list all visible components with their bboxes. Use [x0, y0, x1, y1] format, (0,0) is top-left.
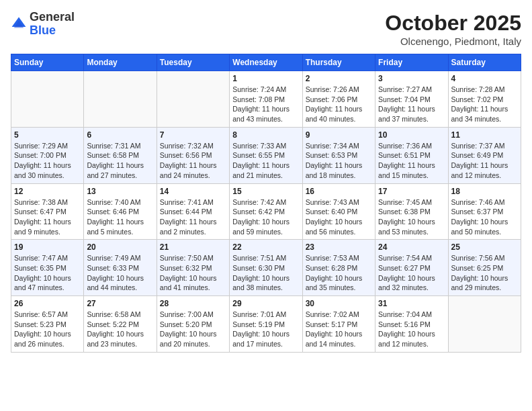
day-info: Sunrise: 7:46 AM Sunset: 6:37 PM Dayligh…	[451, 197, 518, 237]
day-info: Sunrise: 7:33 AM Sunset: 6:55 PM Dayligh…	[232, 141, 299, 181]
day-number: 14	[160, 187, 226, 196]
table-row: 5Sunrise: 7:29 AM Sunset: 7:00 PM Daylig…	[11, 127, 84, 183]
table-row: 25Sunrise: 7:56 AM Sunset: 6:25 PM Dayli…	[448, 240, 521, 296]
day-number: 12	[14, 187, 81, 196]
table-row: 20Sunrise: 7:49 AM Sunset: 6:33 PM Dayli…	[84, 240, 157, 296]
table-row: 3Sunrise: 7:27 AM Sunset: 7:04 PM Daylig…	[375, 71, 448, 128]
table-row: 1Sunrise: 7:24 AM Sunset: 7:08 PM Daylig…	[230, 71, 302, 128]
day-number: 13	[87, 187, 153, 196]
day-number: 27	[87, 299, 153, 308]
table-row: 16Sunrise: 7:43 AM Sunset: 6:40 PM Dayli…	[302, 183, 375, 240]
day-info: Sunrise: 7:00 AM Sunset: 5:20 PM Dayligh…	[160, 310, 226, 349]
day-number: 15	[232, 187, 299, 196]
calendar-week-row: 1Sunrise: 7:24 AM Sunset: 7:08 PM Daylig…	[11, 71, 521, 128]
day-info: Sunrise: 7:40 AM Sunset: 6:46 PM Dayligh…	[87, 197, 153, 237]
day-info: Sunrise: 7:26 AM Sunset: 7:06 PM Dayligh…	[306, 85, 372, 124]
day-info: Sunrise: 7:45 AM Sunset: 6:38 PM Dayligh…	[378, 197, 445, 237]
day-number: 5	[14, 130, 81, 140]
table-row: 9Sunrise: 7:34 AM Sunset: 6:53 PM Daylig…	[302, 127, 375, 183]
day-number: 17	[378, 187, 445, 196]
day-number: 18	[451, 187, 518, 196]
day-number: 11	[451, 130, 518, 140]
day-number: 9	[306, 130, 372, 140]
day-number: 31	[378, 299, 445, 308]
header: General Blue October 2025 Olcenengo, Pie…	[11, 11, 521, 47]
day-info: Sunrise: 6:58 AM Sunset: 5:22 PM Dayligh…	[87, 310, 153, 349]
day-info: Sunrise: 7:01 AM Sunset: 5:19 PM Dayligh…	[232, 310, 299, 349]
day-info: Sunrise: 7:32 AM Sunset: 6:56 PM Dayligh…	[160, 141, 226, 181]
day-header: Thursday	[302, 54, 375, 71]
table-row: 14Sunrise: 7:41 AM Sunset: 6:44 PM Dayli…	[157, 183, 229, 240]
day-number: 16	[306, 187, 372, 196]
day-info: Sunrise: 7:24 AM Sunset: 7:08 PM Dayligh…	[232, 85, 299, 124]
day-info: Sunrise: 7:02 AM Sunset: 5:17 PM Dayligh…	[306, 310, 372, 349]
table-row: 21Sunrise: 7:50 AM Sunset: 6:32 PM Dayli…	[157, 240, 229, 296]
table-row	[157, 71, 229, 128]
table-row: 27Sunrise: 6:58 AM Sunset: 5:22 PM Dayli…	[84, 296, 157, 353]
table-row: 19Sunrise: 7:47 AM Sunset: 6:35 PM Dayli…	[11, 240, 84, 296]
day-header: Saturday	[448, 54, 521, 71]
table-row: 2Sunrise: 7:26 AM Sunset: 7:06 PM Daylig…	[302, 71, 375, 128]
month-title: October 2025	[385, 11, 521, 36]
day-info: Sunrise: 7:38 AM Sunset: 6:47 PM Dayligh…	[14, 197, 81, 237]
table-row: 18Sunrise: 7:46 AM Sunset: 6:37 PM Dayli…	[448, 183, 521, 240]
day-info: Sunrise: 7:37 AM Sunset: 6:49 PM Dayligh…	[451, 141, 518, 181]
logo-icon	[11, 16, 27, 32]
table-row	[84, 71, 157, 128]
day-number: 21	[160, 242, 226, 252]
calendar-week-row: 12Sunrise: 7:38 AM Sunset: 6:47 PM Dayli…	[11, 183, 521, 240]
day-info: Sunrise: 7:34 AM Sunset: 6:53 PM Dayligh…	[306, 141, 372, 181]
day-number: 2	[306, 74, 372, 83]
day-number: 3	[378, 74, 445, 83]
day-number: 25	[451, 242, 518, 252]
table-row: 22Sunrise: 7:51 AM Sunset: 6:30 PM Dayli…	[230, 240, 302, 296]
table-row: 26Sunrise: 6:57 AM Sunset: 5:23 PM Dayli…	[11, 296, 84, 353]
day-number: 23	[306, 242, 372, 252]
day-number: 30	[306, 299, 372, 308]
table-row: 13Sunrise: 7:40 AM Sunset: 6:46 PM Dayli…	[84, 183, 157, 240]
day-header: Wednesday	[230, 54, 302, 71]
table-row: 15Sunrise: 7:42 AM Sunset: 6:42 PM Dayli…	[230, 183, 302, 240]
day-number: 26	[14, 299, 81, 308]
day-info: Sunrise: 6:57 AM Sunset: 5:23 PM Dayligh…	[14, 310, 81, 349]
calendar-week-row: 5Sunrise: 7:29 AM Sunset: 7:00 PM Daylig…	[11, 127, 521, 183]
day-info: Sunrise: 7:41 AM Sunset: 6:44 PM Dayligh…	[160, 197, 226, 237]
day-info: Sunrise: 7:50 AM Sunset: 6:32 PM Dayligh…	[160, 253, 226, 293]
day-info: Sunrise: 7:54 AM Sunset: 6:27 PM Dayligh…	[378, 253, 445, 293]
table-row: 31Sunrise: 7:04 AM Sunset: 5:16 PM Dayli…	[375, 296, 448, 353]
day-number: 28	[160, 299, 226, 308]
table-row: 28Sunrise: 7:00 AM Sunset: 5:20 PM Dayli…	[157, 296, 229, 353]
day-info: Sunrise: 7:49 AM Sunset: 6:33 PM Dayligh…	[87, 253, 153, 293]
table-row: 7Sunrise: 7:32 AM Sunset: 6:56 PM Daylig…	[157, 127, 229, 183]
day-number: 8	[232, 130, 299, 140]
day-number: 20	[87, 242, 153, 252]
day-header: Sunday	[11, 54, 84, 71]
table-row: 6Sunrise: 7:31 AM Sunset: 6:58 PM Daylig…	[84, 127, 157, 183]
table-row: 23Sunrise: 7:53 AM Sunset: 6:28 PM Dayli…	[302, 240, 375, 296]
calendar-week-row: 26Sunrise: 6:57 AM Sunset: 5:23 PM Dayli…	[11, 296, 521, 353]
logo: General Blue	[11, 11, 75, 38]
table-row	[11, 71, 84, 128]
day-info: Sunrise: 7:43 AM Sunset: 6:40 PM Dayligh…	[306, 197, 372, 237]
day-info: Sunrise: 7:36 AM Sunset: 6:51 PM Dayligh…	[378, 141, 445, 181]
calendar: SundayMondayTuesdayWednesdayThursdayFrid…	[11, 54, 521, 353]
title-section: October 2025 Olcenengo, Piedmont, Italy	[385, 11, 521, 47]
calendar-week-row: 19Sunrise: 7:47 AM Sunset: 6:35 PM Dayli…	[11, 240, 521, 296]
table-row: 12Sunrise: 7:38 AM Sunset: 6:47 PM Dayli…	[11, 183, 84, 240]
day-header: Tuesday	[157, 54, 229, 71]
day-info: Sunrise: 7:47 AM Sunset: 6:35 PM Dayligh…	[14, 253, 81, 293]
table-row	[448, 296, 521, 353]
day-number: 24	[378, 242, 445, 252]
day-number: 29	[232, 299, 299, 308]
day-info: Sunrise: 7:51 AM Sunset: 6:30 PM Dayligh…	[232, 253, 299, 293]
day-info: Sunrise: 7:56 AM Sunset: 6:25 PM Dayligh…	[451, 253, 518, 293]
day-info: Sunrise: 7:42 AM Sunset: 6:42 PM Dayligh…	[232, 197, 299, 237]
day-number: 10	[378, 130, 445, 140]
day-number: 19	[14, 242, 81, 252]
table-row: 10Sunrise: 7:36 AM Sunset: 6:51 PM Dayli…	[375, 127, 448, 183]
table-row: 30Sunrise: 7:02 AM Sunset: 5:17 PM Dayli…	[302, 296, 375, 353]
day-info: Sunrise: 7:28 AM Sunset: 7:02 PM Dayligh…	[451, 85, 518, 124]
day-info: Sunrise: 7:31 AM Sunset: 6:58 PM Dayligh…	[87, 141, 153, 181]
day-info: Sunrise: 7:29 AM Sunset: 7:00 PM Dayligh…	[14, 141, 81, 181]
table-row: 8Sunrise: 7:33 AM Sunset: 6:55 PM Daylig…	[230, 127, 302, 183]
